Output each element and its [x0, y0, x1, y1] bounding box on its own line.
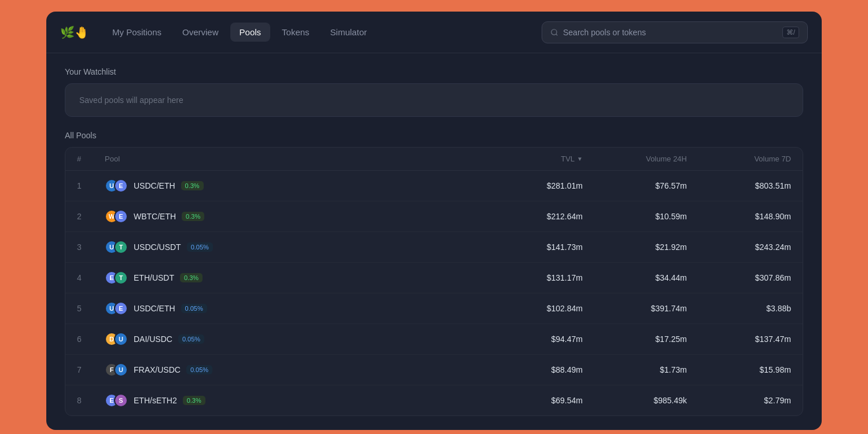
tvl-value: $212.64m	[479, 212, 583, 221]
watchlist-empty: Saved pools will appear here	[65, 83, 803, 117]
vol24-value: $391.74m	[583, 304, 687, 313]
token-icons: F U	[105, 363, 128, 377]
vol7d-value: $148.90m	[687, 212, 791, 221]
table-row[interactable]: 5 U E USDC/ETH 0.05% $102.84m $391.74m $…	[65, 293, 803, 324]
token-icons: E T	[105, 271, 128, 285]
pool-name: FRAX/USDC	[134, 365, 181, 374]
vol7d-value: $2.79m	[687, 396, 791, 405]
vol24-value: $985.49k	[583, 396, 687, 405]
fee-badge: 0.05%	[178, 334, 204, 344]
content: Your Watchlist Saved pools will appear h…	[46, 53, 822, 430]
token-icon-seth: S	[114, 393, 128, 407]
search-shortcut: ⌘/	[782, 27, 799, 38]
tvl-value: $281.01m	[479, 181, 583, 190]
token-icon-usdc: U	[114, 332, 128, 346]
token-icon-usdc: U	[114, 363, 128, 377]
pool-name: USDC/ETH	[134, 181, 175, 190]
pool-info: E S ETH/sETH2 0.3%	[105, 393, 479, 407]
tvl-value: $94.47m	[479, 334, 583, 344]
pool-info: U E USDC/ETH 0.05%	[105, 301, 479, 315]
table-header: # Pool TVL ▼ Volume 24H Volume 7D	[65, 148, 803, 171]
pool-name: WBTC/ETH	[134, 212, 176, 221]
pool-info: F U FRAX/USDC 0.05%	[105, 363, 479, 377]
col-num-header: #	[77, 155, 105, 163]
pools-table: # Pool TVL ▼ Volume 24H Volume 7D 1 U E …	[65, 147, 803, 416]
table-row[interactable]: 4 E T ETH/USDT 0.3% $131.17m $34.44m $30…	[65, 263, 803, 293]
col-tvl-header: TVL ▼	[479, 155, 583, 163]
vol7d-value: $137.47m	[687, 334, 791, 344]
token-icon-eth: E	[114, 179, 128, 193]
token-icons: U T	[105, 240, 128, 254]
search-input[interactable]	[563, 28, 778, 37]
fee-badge: 0.05%	[181, 304, 207, 313]
vol7d-value: $803.51m	[687, 181, 791, 190]
logo-area: 🌿🤚	[60, 25, 89, 39]
pool-name: ETH/USDT	[134, 273, 174, 282]
table-row[interactable]: 1 U E USDC/ETH 0.3% $281.01m $76.57m $80…	[65, 171, 803, 201]
nav-my-positions[interactable]: My Positions	[103, 23, 171, 42]
col-pool-header: Pool	[105, 155, 479, 163]
table-row[interactable]: 2 W E WBTC/ETH 0.3% $212.64m $10.59m $14…	[65, 201, 803, 232]
tvl-value: $141.73m	[479, 242, 583, 252]
app-container: 🌿🤚 My Positions Overview Pools Tokens Si…	[46, 12, 822, 430]
token-icon-eth: E	[114, 301, 128, 315]
vol24-value: $34.44m	[583, 273, 687, 282]
pool-info: U E USDC/ETH 0.3%	[105, 179, 479, 193]
pool-info: E T ETH/USDT 0.3%	[105, 271, 479, 285]
nav-links: My Positions Overview Pools Tokens Simul…	[103, 23, 537, 42]
token-icons: W E	[105, 209, 128, 223]
vol24-value: $10.59m	[583, 212, 687, 221]
vol24-value: $1.73m	[583, 365, 687, 374]
sort-icon: ▼	[577, 156, 583, 162]
fee-badge: 0.3%	[182, 212, 204, 221]
pool-name: USDC/USDT	[134, 242, 181, 252]
token-icon-usdt: T	[114, 240, 128, 254]
vol24-value: $17.25m	[583, 334, 687, 344]
fee-badge: 0.3%	[183, 396, 205, 405]
navbar: 🌿🤚 My Positions Overview Pools Tokens Si…	[46, 12, 822, 53]
fee-badge: 0.3%	[180, 273, 203, 282]
vol7d-value: $243.24m	[687, 242, 791, 252]
logo-icon: 🌿🤚	[60, 25, 89, 39]
svg-point-0	[551, 29, 557, 34]
nav-tokens[interactable]: Tokens	[273, 23, 319, 42]
table-row[interactable]: 3 U T USDC/USDT 0.05% $141.73m $21.92m $…	[65, 232, 803, 263]
watchlist-title: Your Watchlist	[65, 67, 803, 76]
nav-pools[interactable]: Pools	[230, 23, 271, 42]
token-icons: E S	[105, 393, 128, 407]
token-icon-eth: E	[114, 209, 128, 223]
tvl-value: $102.84m	[479, 304, 583, 313]
vol7d-value: $307.86m	[687, 273, 791, 282]
table-row[interactable]: 7 F U FRAX/USDC 0.05% $88.49m $1.73m $15…	[65, 355, 803, 385]
all-pools-title: All Pools	[65, 131, 803, 140]
tvl-value: $69.54m	[479, 396, 583, 405]
search-box[interactable]: ⌘/	[542, 21, 808, 43]
fee-badge: 0.3%	[181, 181, 204, 190]
table-row[interactable]: 8 E S ETH/sETH2 0.3% $69.54m $985.49k $2…	[65, 385, 803, 415]
table-row[interactable]: 6 D U DAI/USDC 0.05% $94.47m $17.25m $13…	[65, 324, 803, 355]
vol24-value: $21.92m	[583, 242, 687, 252]
search-icon	[550, 28, 558, 36]
token-icons: U E	[105, 301, 128, 315]
nav-overview[interactable]: Overview	[173, 23, 228, 42]
vol24-value: $76.57m	[583, 181, 687, 190]
pool-info: U T USDC/USDT 0.05%	[105, 240, 479, 254]
col-vol24-header: Volume 24H	[583, 155, 687, 163]
pool-name: DAI/USDC	[134, 334, 172, 344]
pool-info: D U DAI/USDC 0.05%	[105, 332, 479, 346]
tvl-value: $131.17m	[479, 273, 583, 282]
nav-simulator[interactable]: Simulator	[321, 23, 376, 42]
col-vol7d-header: Volume 7D	[687, 155, 791, 163]
pool-name: ETH/sETH2	[134, 396, 177, 405]
token-icon-usdt: T	[114, 271, 128, 285]
pool-name: USDC/ETH	[134, 304, 175, 313]
token-icons: U E	[105, 179, 128, 193]
tvl-value: $88.49m	[479, 365, 583, 374]
fee-badge: 0.05%	[187, 242, 213, 252]
vol7d-value: $15.98m	[687, 365, 791, 374]
fee-badge: 0.05%	[186, 365, 212, 374]
vol7d-value: $3.88b	[687, 304, 791, 313]
token-icons: D U	[105, 332, 128, 346]
pool-info: W E WBTC/ETH 0.3%	[105, 209, 479, 223]
